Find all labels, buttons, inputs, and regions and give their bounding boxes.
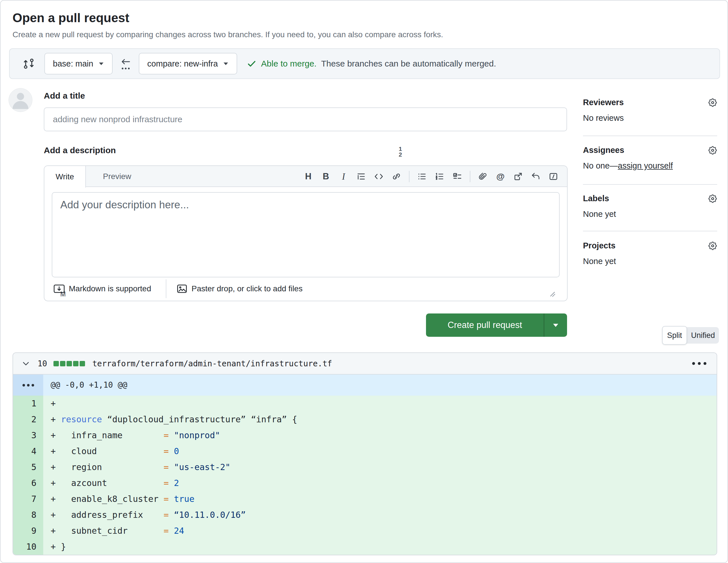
code-content: + } bbox=[43, 539, 717, 555]
create-pr-caret[interactable] bbox=[544, 313, 567, 337]
image-icon bbox=[177, 284, 187, 293]
open-pull-request-page: Open a pull request Create a new pull re… bbox=[0, 0, 728, 563]
markdown-icon bbox=[53, 284, 65, 293]
tab-preview[interactable]: Preview bbox=[97, 166, 137, 187]
diff-line: 5+ region = "us-east-2" bbox=[13, 459, 717, 475]
diff-line: 10+ } bbox=[13, 539, 717, 555]
code-content: + infra_name = "nonprod" bbox=[43, 427, 717, 443]
compare-branch-button[interactable]: compare: new-infra bbox=[139, 53, 237, 75]
description-textarea[interactable] bbox=[52, 192, 560, 278]
sidebar-section-labels: Labels None yet bbox=[583, 185, 717, 231]
mention-icon[interactable]: @ bbox=[493, 169, 508, 184]
page-subtitle: Create a new pull request by comparing c… bbox=[13, 30, 443, 39]
diff-file-path[interactable]: terraform/terraform/admin-tenant/infrast… bbox=[92, 359, 332, 368]
cross-reference-icon[interactable] bbox=[511, 169, 526, 184]
quote-icon[interactable] bbox=[354, 169, 369, 184]
reviewers-value: No reviews bbox=[583, 113, 717, 123]
assign-yourself-link[interactable]: assign yourself bbox=[618, 161, 673, 170]
sidebar-section-assignees: Assignees No one—assign yourself bbox=[583, 136, 717, 185]
code-content: + bbox=[43, 396, 717, 411]
base-branch-button[interactable]: base: main bbox=[44, 53, 113, 75]
gear-icon[interactable] bbox=[708, 146, 717, 155]
line-number[interactable]: 2 bbox=[13, 411, 43, 427]
line-number[interactable]: 6 bbox=[13, 475, 43, 491]
unified-button[interactable]: Unified bbox=[687, 327, 719, 343]
diff-line: 8+ address_prefix = “10.11.0.0/16” bbox=[13, 507, 717, 523]
line-number[interactable]: 3 bbox=[13, 427, 43, 443]
description-editor: Write Preview H B I bbox=[44, 166, 568, 301]
branch-compare-bar: base: main compare: new-infra Able to me… bbox=[9, 48, 720, 79]
line-number[interactable]: 5 bbox=[13, 459, 43, 475]
diff-line: 9+ subnet_cidr = 24 bbox=[13, 523, 717, 539]
code-content: + region = "us-east-2" bbox=[43, 459, 717, 475]
line-number[interactable]: 1 bbox=[13, 396, 43, 411]
gear-icon[interactable] bbox=[708, 194, 717, 203]
paperclip-icon[interactable] bbox=[475, 169, 490, 184]
code-content: + subnet_cidr = 24 bbox=[43, 523, 717, 539]
line-number[interactable]: 7 bbox=[13, 491, 43, 507]
split-button[interactable]: Split bbox=[662, 326, 687, 345]
description-label: Add a description bbox=[44, 146, 116, 155]
diffstat bbox=[53, 361, 85, 366]
link-icon[interactable] bbox=[389, 169, 404, 184]
hunk-expand-icon[interactable] bbox=[13, 374, 43, 396]
tasklist-icon[interactable] bbox=[450, 169, 465, 184]
diff-line: 6+ azcount = 2 bbox=[13, 475, 717, 491]
bold-icon[interactable]: B bbox=[319, 169, 333, 184]
diff-line: 1+ bbox=[13, 396, 717, 411]
code-icon[interactable] bbox=[371, 169, 386, 184]
caret-down-icon bbox=[552, 323, 559, 327]
gear-icon[interactable] bbox=[708, 98, 717, 107]
line-number[interactable]: 10 bbox=[13, 539, 43, 555]
diff-line: 2+ resource “duplocloud_infrastructure” … bbox=[13, 411, 717, 427]
hunk-header: @@ -0,0 +1,10 @@ bbox=[43, 374, 717, 396]
ordered-list-icon[interactable] bbox=[432, 169, 447, 184]
editor-toolbar: H B I bbox=[301, 166, 561, 187]
editor-footer: Markdown is supported Paster drop, or cl… bbox=[44, 277, 567, 301]
line-number[interactable]: 4 bbox=[13, 443, 43, 459]
footer-divider bbox=[166, 280, 166, 298]
gear-icon[interactable] bbox=[708, 241, 717, 251]
unordered-list-icon[interactable] bbox=[415, 169, 429, 184]
merge-status-note: These branches can be automatically merg… bbox=[321, 59, 496, 69]
arrow-left-icon bbox=[121, 58, 131, 69]
kebab-icon[interactable] bbox=[690, 359, 708, 368]
toolbar-divider bbox=[470, 171, 470, 182]
projects-label: Projects bbox=[583, 241, 615, 251]
line-number[interactable]: 8 bbox=[13, 507, 43, 523]
projects-value: None yet bbox=[583, 257, 717, 266]
diffstat-block bbox=[60, 361, 65, 366]
merge-status: Able to merge. These branches can be aut… bbox=[247, 59, 496, 69]
slash-command-icon[interactable] bbox=[546, 169, 561, 184]
diffstat-block bbox=[67, 361, 72, 366]
attach-note[interactable]: Paster drop, or click to add files bbox=[177, 284, 303, 293]
diff-line: 3+ infra_name = "nonprod" bbox=[13, 427, 717, 443]
diffstat-block bbox=[53, 361, 59, 366]
person-icon bbox=[9, 88, 32, 112]
italic-icon[interactable]: I bbox=[336, 169, 351, 184]
diff-line: 4+ cloud = 0 bbox=[13, 443, 717, 459]
diff-changes-count: 10 bbox=[38, 359, 47, 368]
labels-label: Labels bbox=[583, 194, 609, 203]
code-content: + enable_k8_cluster = true bbox=[43, 491, 717, 507]
assignees-label: Assignees bbox=[583, 146, 624, 155]
page-title: Open a pull request bbox=[13, 11, 129, 25]
labels-value: None yet bbox=[583, 210, 717, 219]
reviewers-label: Reviewers bbox=[583, 98, 624, 107]
diff-panel: 10 terraform/terraform/admin-tenant/infr… bbox=[13, 352, 717, 555]
line-number[interactable]: 9 bbox=[13, 523, 43, 539]
create-pull-request-button[interactable]: Create pull request bbox=[426, 313, 567, 337]
code-content: + cloud = 0 bbox=[43, 443, 717, 459]
heading-icon[interactable]: H bbox=[301, 169, 316, 184]
code-content: + resource “duplocloud_infrastructure” “… bbox=[43, 411, 717, 427]
sidebar-section-reviewers: Reviewers No reviews bbox=[583, 94, 717, 136]
chevron-down-icon[interactable] bbox=[22, 359, 30, 368]
sidebar-section-projects: Projects None yet bbox=[583, 231, 717, 266]
title-label: Add a title bbox=[44, 91, 85, 101]
caret-down-icon bbox=[98, 62, 104, 66]
editor-header: Write Preview H B I bbox=[44, 166, 567, 187]
markdown-note[interactable]: Markdown is supported bbox=[53, 284, 151, 293]
tab-write[interactable]: Write bbox=[44, 166, 86, 188]
reply-icon[interactable] bbox=[528, 169, 543, 184]
title-input[interactable] bbox=[44, 107, 567, 131]
